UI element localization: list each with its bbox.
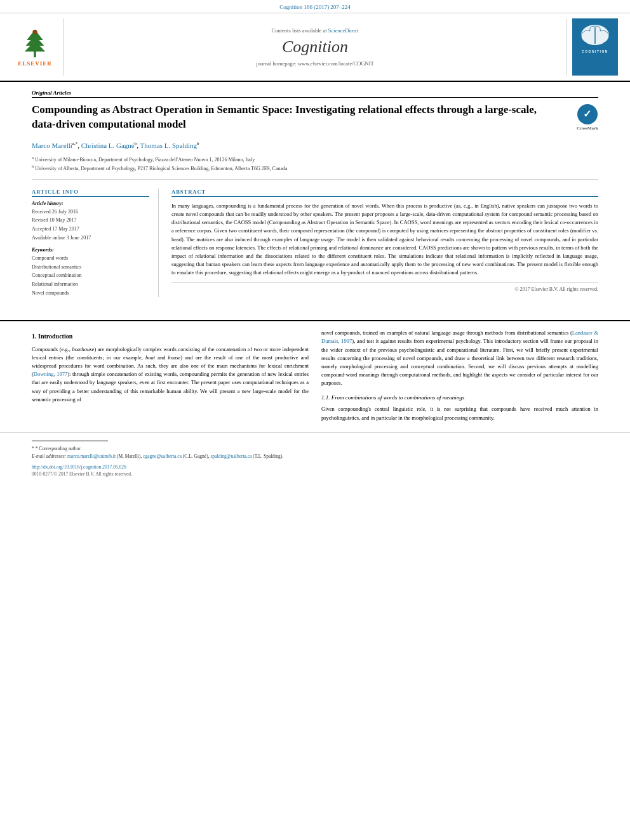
footnote-divider [32,441,108,441]
date-received: Received 26 July 2016 [32,208,149,217]
right-body-text2: Given compounding's central linguistic r… [321,405,598,422]
downing-ref[interactable]: Downing, 1977 [34,371,67,377]
body-left-col: 1. Introduction Compounds (e.g., boathou… [32,329,309,425]
date-accepted: Accepted 17 May 2017 [32,225,149,234]
keyword-4: Relational information [32,280,149,289]
author-marelli[interactable]: Marco Marelli [32,142,72,149]
author-spalding[interactable]: Thomas L. Spalding [140,142,198,149]
journal-url: journal homepage: www.elsevier.com/locat… [77,60,553,67]
section1-title: 1. Introduction [32,331,309,342]
journal-header: ELSEVIER Contents lists available at Sci… [0,13,630,82]
crossmark-label: CrossMark [577,126,598,131]
abstract-section: ABSTRACT In many languages, compounding … [171,189,598,297]
landauer-ref[interactable]: Landauer & Dumais, 1997 [321,330,598,344]
crossmark-icon: ✓ [577,104,598,124]
email-marelli[interactable]: marco.marelli@unimib.it [67,453,116,459]
footer-copyright: 0010-0277/© 2017 Elsevier B.V. All right… [32,471,598,477]
copyright-line: © 2017 Elsevier B.V. All rights reserved… [171,282,598,292]
keywords-list: Compound words Distributional semantics … [32,254,149,297]
article-info: ARTICLE INFO Article history: Received 2… [32,189,159,297]
elsevier-label: ELSEVIER [18,60,52,67]
email-spalding[interactable]: spalding@ualberta.ca [210,453,251,459]
keyword-3: Conceptual combination [32,271,149,280]
article-info-heading: ARTICLE INFO [32,189,149,197]
contents-line: Contents lists available at ScienceDirec… [77,27,553,34]
keyword-2: Distributional semantics [32,263,149,272]
abstract-heading: ABSTRACT [171,189,598,197]
svg-text:COGNITION: COGNITION [582,50,608,53]
section-tag: Original Articles [32,90,598,98]
citation-text: Cognition 166 (2017) 207–224 [279,4,351,10]
email-gagne[interactable]: cgagne@ualberta.ca [143,453,182,459]
info-abstract-section: ARTICLE INFO Article history: Received 2… [32,189,598,297]
section-divider [0,320,630,321]
corresponding-author: * * Corresponding author. [32,445,598,453]
affiliation-a: a University of Milano-Bicocca, Departme… [32,154,598,164]
svg-marker-3 [25,41,46,51]
article-dates: Received 26 July 2016 Revised 10 May 201… [32,208,149,242]
date-online: Available online 3 June 2017 [32,234,149,243]
cognition-brain-icon: COGNITION [576,22,614,55]
keywords-label: Keywords: [32,247,149,253]
header-center: Contents lists available at ScienceDirec… [64,18,566,76]
citation-bar: Cognition 166 (2017) 207–224 [0,0,630,13]
keyword-1: Compound words [32,254,149,263]
abstract-text: In many languages, compounding is a fund… [171,202,598,277]
footer-links: http://dx.doi.org/10.1016/j.cognition.20… [32,464,598,470]
journal-title: Cognition [77,37,553,57]
article-body: Original Articles Compounding as Abstrac… [0,82,630,312]
authors-line: Marco Marellia,*, Christina L. Gagnéb, T… [32,141,598,149]
elsevier-logo: ELSEVIER [6,18,64,76]
affiliation-b: b University of Alberta, Department of P… [32,163,598,173]
affiliations: a University of Milano-Bicocca, Departme… [32,154,598,180]
svg-point-4 [32,30,37,34]
email-line: E-mail addresses: marco.marelli@unimib.i… [32,453,598,460]
footer: * * Corresponding author. E-mail address… [0,432,630,481]
cognition-logo-box: COGNITION [566,18,624,76]
sciencedirect-link[interactable]: ScienceDirect [328,27,359,34]
body-right-col: novel compounds, trained on examples of … [321,329,598,425]
keyword-5: Novel compounds [32,289,149,298]
article-title: Compounding as Abstract Operation in Sem… [32,103,598,132]
cognition-logo: COGNITION [572,18,618,76]
date-revised: Revised 10 May 2017 [32,216,149,225]
subsection1-title: 1.1. From combinations of words to combi… [321,394,598,403]
footnote: * * Corresponding author. E-mail address… [32,445,598,460]
crossmark[interactable]: ✓ CrossMark [577,104,598,131]
author-gagne[interactable]: Christina L. Gagné [81,142,135,149]
right-body-text1: novel compounds, trained on examples of … [321,329,598,387]
left-body-text: Compounds (e.g., boathouse) are morpholo… [32,345,309,404]
body-section: 1. Introduction Compounds (e.g., boathou… [0,329,630,425]
history-label: Article history: [32,201,149,206]
doi-link[interactable]: http://dx.doi.org/10.1016/j.cognition.20… [32,464,126,470]
elsevier-tree-icon [16,27,54,59]
